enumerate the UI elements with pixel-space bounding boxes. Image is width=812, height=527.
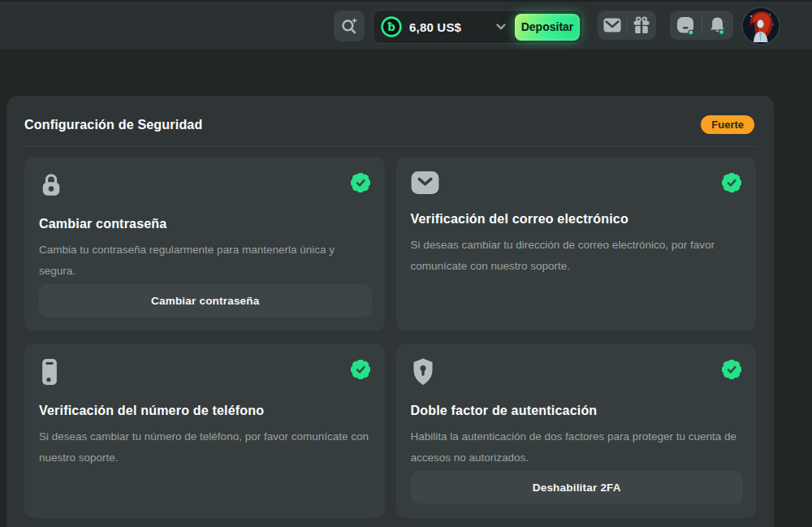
search-icon: [339, 16, 359, 36]
card-title: Doble factor de autenticación: [411, 404, 742, 418]
card-title: Verificación del correo electrónico: [411, 212, 742, 227]
card-description: Cambia tu contraseña regularmente para m…: [39, 240, 370, 282]
card-two-factor-auth: Doble factor de autenticación Habilita l…: [396, 343, 757, 518]
panel-header: Configuración de Seguridad Fuerte: [6, 96, 774, 146]
coin-icon: ƀ: [381, 16, 402, 37]
security-cards-grid: Cambiar contraseña Cambia tu contraseña …: [6, 147, 774, 518]
card-change-password: Cambiar contraseña Cambia tu contraseña …: [24, 157, 385, 331]
change-password-button[interactable]: Cambiar contraseña: [39, 284, 372, 317]
shield-icon: [411, 357, 435, 387]
card-phone-verification: Verificación del número de teléfono Si d…: [24, 343, 385, 518]
card-title: Cambiar contraseña: [39, 217, 370, 231]
chevron-down-icon: [495, 21, 507, 32]
chat-notification-group: [670, 11, 733, 40]
wallet-balance: 6,80 US$: [409, 20, 461, 34]
gift-icon: [633, 16, 650, 34]
search-button[interactable]: [334, 11, 365, 41]
mail-gift-group: [598, 11, 656, 40]
mail-icon: [411, 171, 439, 195]
avatar[interactable]: [743, 8, 779, 44]
bell-icon: [708, 16, 727, 35]
verified-badge-icon: [722, 173, 741, 192]
card-description: Si deseas cambiar tu dirección de correo…: [411, 235, 742, 277]
verified-badge-icon: [351, 173, 370, 192]
verified-badge-icon: [351, 360, 370, 379]
page-title: Configuración de Seguridad: [24, 118, 202, 132]
wallet-selector[interactable]: ƀ 6,80 US$ Depositar: [373, 10, 583, 44]
phone-icon: [39, 357, 60, 387]
top-bar: ƀ 6,80 US$ Depositar: [0, 0, 812, 49]
deposit-button[interactable]: Depositar: [515, 14, 580, 41]
mail-icon: [603, 18, 621, 32]
chat-icon: [676, 16, 695, 35]
disable-2fa-button[interactable]: Deshabilitar 2FA: [411, 471, 744, 503]
chat-button[interactable]: [670, 11, 702, 40]
bonus-button[interactable]: [628, 11, 657, 40]
messages-button[interactable]: [598, 11, 627, 40]
card-description: Si deseas cambiar tu número de teléfono,…: [39, 426, 370, 469]
card-title: Verificación del número de teléfono: [39, 404, 370, 418]
svg-text:ƀ: ƀ: [387, 20, 395, 33]
security-strength-badge: Fuerte: [701, 115, 754, 134]
security-settings-panel: Configuración de Seguridad Fuerte: [6, 96, 774, 527]
card-description: Habilita la autenticación de dos factore…: [411, 426, 742, 469]
notifications-button[interactable]: [702, 11, 734, 40]
verified-badge-icon: [722, 360, 741, 379]
card-email-verification: Verificación del correo electrónico Si d…: [396, 157, 757, 331]
lock-icon: [39, 171, 63, 200]
